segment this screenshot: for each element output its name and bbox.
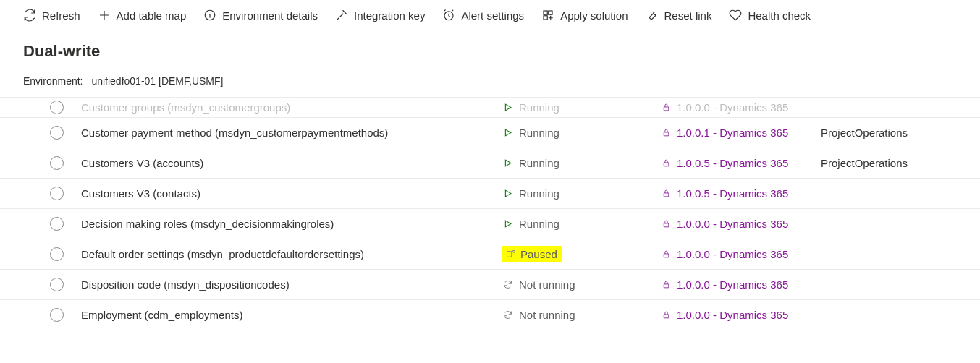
apply-solution-label: Apply solution bbox=[560, 9, 628, 22]
row-select-radio[interactable] bbox=[50, 278, 64, 291]
environment-details-button[interactable]: Environment details bbox=[203, 9, 318, 22]
play-icon bbox=[502, 102, 513, 113]
lock-icon bbox=[662, 128, 671, 137]
refresh-button[interactable]: Refresh bbox=[23, 9, 80, 22]
add-table-map-button[interactable]: Add table map bbox=[98, 9, 187, 22]
table-row[interactable]: Disposition code (msdyn_dispositioncodes… bbox=[0, 269, 980, 299]
play-icon bbox=[502, 158, 513, 168]
row-select-cell bbox=[35, 308, 78, 322]
row-status-text: Not running bbox=[519, 309, 575, 321]
row-status-text: Running bbox=[519, 218, 559, 230]
row-name[interactable]: Customer payment method (msdyn_customerp… bbox=[78, 127, 502, 139]
table-row[interactable]: Decision making roles (msdyn_decisionmak… bbox=[0, 208, 980, 239]
play-icon bbox=[502, 127, 513, 138]
alert-settings-button[interactable]: Alert settings bbox=[442, 9, 524, 22]
table-row[interactable]: Customers V3 (contacts)Running1.0.0.5 - … bbox=[0, 178, 980, 208]
health-check-label: Health check bbox=[748, 9, 811, 22]
environment-label: Environment: bbox=[23, 75, 83, 87]
add-table-map-label: Add table map bbox=[117, 9, 187, 22]
plus-icon bbox=[98, 9, 111, 22]
environment-line: Environment: unifiedfo01-01 [DEMF,USMF] bbox=[0, 75, 980, 97]
page-title: Dual-write bbox=[0, 33, 980, 75]
row-version[interactable]: 1.0.0.0 - Dynamics 365 bbox=[662, 218, 821, 230]
row-status: Running bbox=[502, 157, 662, 169]
lock-icon bbox=[662, 249, 671, 259]
row-version[interactable]: 1.0.0.5 - Dynamics 365 bbox=[662, 157, 821, 169]
row-name[interactable]: Employment (cdm_employments) bbox=[78, 309, 502, 321]
apply-solution-button[interactable]: Apply solution bbox=[541, 9, 628, 22]
row-publisher: ProjectOperations bbox=[821, 127, 980, 139]
row-select-cell bbox=[35, 217, 78, 231]
row-select-radio[interactable] bbox=[50, 187, 64, 200]
heart-icon bbox=[729, 9, 742, 22]
row-publisher: ProjectOperations bbox=[821, 157, 980, 169]
pause-icon bbox=[505, 249, 516, 260]
row-version[interactable]: 1.0.0.1 - Dynamics 365 bbox=[662, 127, 821, 139]
row-name[interactable]: Decision making roles (msdyn_decisionmak… bbox=[78, 218, 502, 230]
refresh-icon bbox=[23, 9, 36, 22]
row-version[interactable]: 1.0.0.0 - Dynamics 365 bbox=[662, 309, 821, 321]
row-version-text: 1.0.0.0 - Dynamics 365 bbox=[677, 248, 788, 260]
row-select-radio[interactable] bbox=[50, 247, 64, 261]
wrench-icon bbox=[646, 9, 659, 22]
table-row[interactable]: Customer groups (msdyn_customergroups)Ru… bbox=[0, 97, 980, 117]
row-status: Not running bbox=[502, 278, 662, 291]
row-select-cell bbox=[35, 156, 78, 170]
lock-icon bbox=[662, 310, 671, 320]
row-status: Running bbox=[502, 101, 662, 114]
integration-key-button[interactable]: Integration key bbox=[335, 9, 425, 22]
row-status: Running bbox=[502, 218, 662, 230]
key-icon bbox=[335, 9, 348, 22]
row-name[interactable]: Disposition code (msdyn_dispositioncodes… bbox=[78, 278, 502, 291]
row-name[interactable]: Customers V3 (contacts) bbox=[78, 187, 502, 200]
row-version[interactable]: 1.0.0.0 - Dynamics 365 bbox=[662, 278, 821, 291]
row-select-radio[interactable] bbox=[50, 217, 64, 231]
lock-icon bbox=[662, 280, 671, 289]
row-version[interactable]: 1.0.0.0 - Dynamics 365 bbox=[662, 101, 821, 114]
row-version-text: 1.0.0.1 - Dynamics 365 bbox=[677, 127, 788, 139]
row-select-cell bbox=[35, 187, 78, 200]
table-row[interactable]: Default order settings (msdyn_productdef… bbox=[0, 239, 980, 269]
row-version[interactable]: 1.0.0.5 - Dynamics 365 bbox=[662, 187, 821, 200]
row-version-text: 1.0.0.0 - Dynamics 365 bbox=[677, 309, 788, 321]
lock-icon bbox=[662, 103, 671, 112]
row-version[interactable]: 1.0.0.0 - Dynamics 365 bbox=[662, 248, 821, 260]
svg-rect-3 bbox=[549, 11, 552, 14]
svg-rect-4 bbox=[544, 16, 547, 20]
environment-value: unifiedfo01-01 [DEMF,USMF] bbox=[91, 75, 223, 87]
health-check-button[interactable]: Health check bbox=[729, 9, 811, 22]
refresh-label: Refresh bbox=[42, 9, 80, 22]
row-select-radio[interactable] bbox=[50, 101, 64, 114]
row-version-text: 1.0.0.5 - Dynamics 365 bbox=[677, 157, 788, 169]
row-select-cell bbox=[35, 247, 78, 261]
row-select-radio[interactable] bbox=[50, 308, 64, 322]
solution-icon bbox=[541, 9, 554, 22]
integration-key-label: Integration key bbox=[354, 9, 425, 22]
row-select-cell bbox=[35, 101, 78, 114]
row-name[interactable]: Customers V3 (accounts) bbox=[78, 157, 502, 169]
row-status-text: Running bbox=[519, 157, 559, 169]
row-select-radio[interactable] bbox=[50, 156, 64, 170]
row-version-text: 1.0.0.0 - Dynamics 365 bbox=[677, 218, 788, 230]
row-name[interactable]: Customer groups (msdyn_customergroups) bbox=[78, 101, 502, 114]
environment-details-label: Environment details bbox=[222, 9, 318, 22]
row-version-text: 1.0.0.0 - Dynamics 365 bbox=[677, 101, 788, 114]
row-status: Running bbox=[502, 127, 662, 139]
sync-icon bbox=[502, 309, 513, 320]
table-row[interactable]: Customer payment method (msdyn_customerp… bbox=[0, 117, 980, 148]
lock-icon bbox=[662, 158, 671, 168]
table-row[interactable]: Employment (cdm_employments)Not running1… bbox=[0, 299, 980, 330]
sync-icon bbox=[502, 279, 513, 290]
row-status-text: Paused bbox=[520, 248, 557, 260]
alert-settings-label: Alert settings bbox=[461, 9, 524, 22]
row-select-cell bbox=[35, 126, 78, 140]
row-version-text: 1.0.0.5 - Dynamics 365 bbox=[677, 187, 788, 200]
table-row[interactable]: Customers V3 (accounts)Running1.0.0.5 - … bbox=[0, 148, 980, 178]
row-name[interactable]: Default order settings (msdyn_productdef… bbox=[78, 248, 502, 260]
row-version-text: 1.0.0.0 - Dynamics 365 bbox=[677, 278, 788, 291]
reset-link-button[interactable]: Reset link bbox=[646, 9, 712, 22]
row-select-radio[interactable] bbox=[50, 126, 64, 140]
svg-rect-2 bbox=[544, 11, 547, 14]
row-status-text: Running bbox=[519, 101, 559, 114]
row-select-cell bbox=[35, 278, 78, 291]
